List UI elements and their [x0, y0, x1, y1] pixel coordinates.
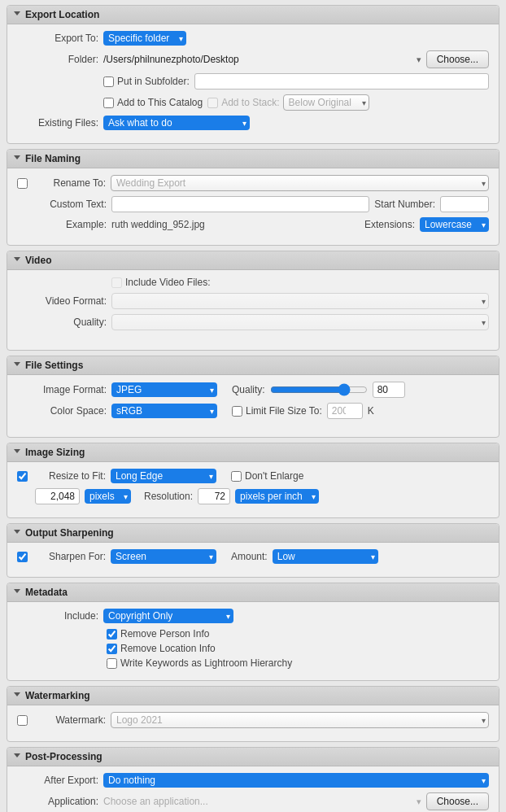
video-header[interactable]: Video — [7, 251, 499, 270]
sharpen-for-row: Sharpen For: Screen ▾ Amount: Low ▾ — [17, 549, 489, 564]
video-format-select[interactable] — [111, 293, 489, 309]
start-number-label: Start Number: — [374, 199, 435, 210]
color-space-row: Color Space: sRGB ▾ Limit File Size To: … — [17, 403, 489, 419]
existing-files-row: Existing Files: Ask what to do ▾ — [17, 116, 489, 130]
limit-file-size-checkbox[interactable] — [232, 406, 242, 417]
include-video-checkbox[interactable] — [111, 277, 122, 288]
add-to-stack-checkbox[interactable] — [207, 98, 218, 108]
after-export-label: After Export: — [17, 775, 98, 786]
output-sharpening-header[interactable]: Output Sharpening — [7, 524, 499, 543]
export-to-select[interactable]: Specific folder — [103, 31, 186, 46]
watermark-checkbox[interactable] — [17, 715, 28, 726]
image-sizing-header[interactable]: Image Sizing — [7, 443, 499, 462]
folder-choose-button[interactable]: Choose... — [426, 50, 489, 68]
file-naming-header[interactable]: File Naming — [7, 150, 499, 168]
folder-row: Folder: /Users/philnunezphoto/Desktop ▾ … — [17, 50, 489, 68]
put-in-subfolder-checkbox[interactable] — [103, 76, 114, 87]
video-quality-select-wrap: ▾ — [111, 314, 489, 330]
quality-input[interactable] — [373, 382, 405, 398]
expand-icon — [14, 362, 20, 369]
pixels-select[interactable]: pixels — [85, 489, 131, 504]
remove-location-checkbox[interactable] — [107, 644, 117, 654]
start-number-input[interactable] — [440, 196, 489, 212]
custom-text-input[interactable] — [111, 196, 369, 212]
extensions-label: Extensions: — [364, 219, 415, 230]
remove-person-checkbox[interactable] — [107, 629, 117, 640]
pixels-input[interactable] — [35, 488, 80, 504]
limit-file-size-input[interactable] — [327, 403, 363, 419]
expand-icon — [14, 589, 20, 596]
add-to-catalog-checkbox[interactable] — [103, 98, 114, 108]
video-quality-select[interactable] — [111, 314, 489, 330]
extensions-select[interactable]: Lowercase — [420, 217, 489, 232]
res-unit-select-wrap: pixels per inch ▾ — [235, 489, 319, 504]
resize-checkbox-label — [17, 471, 28, 482]
video-quality-row: Quality: ▾ — [17, 314, 489, 330]
sharpen-for-select[interactable]: Screen — [111, 549, 216, 564]
rename-to-select-wrap: Wedding Export ▾ — [111, 175, 489, 191]
add-catalog-row: Add to This Catalog Add to Stack: Below … — [17, 94, 489, 111]
file-settings-header[interactable]: File Settings — [7, 356, 499, 375]
post-processing-header[interactable]: Post-Processing — [7, 748, 499, 766]
write-keywords-checkbox[interactable] — [107, 658, 117, 669]
export-location-header[interactable]: Export Location — [7, 6, 499, 24]
application-path-row: Choose an application... ▾ Choose... — [103, 792, 489, 810]
metadata-title: Metadata — [25, 587, 68, 598]
dont-enlarge-label: Don't Enlarge — [231, 470, 303, 482]
watermark-select-wrap: Logo 2021 ▾ — [111, 712, 489, 728]
res-unit-select[interactable]: pixels per inch — [235, 489, 319, 504]
rename-to-checkbox-label — [17, 178, 28, 189]
file-naming-body: Rename To: Wedding Export ▾ Custom Text:… — [7, 168, 499, 245]
expand-icon — [14, 692, 20, 700]
subfolder-input[interactable] — [194, 73, 489, 89]
pixels-select-wrap: pixels ▾ — [85, 489, 131, 504]
include-select[interactable]: Copyright Only — [103, 609, 233, 623]
amount-select[interactable]: Low — [273, 549, 378, 564]
extensions-select-wrap: Lowercase ▾ — [420, 217, 489, 232]
put-in-subfolder-label: Put in Subfolder: — [103, 76, 190, 87]
resize-checkbox[interactable] — [17, 471, 28, 482]
expand-icon — [14, 11, 20, 19]
stack-select[interactable]: Below Original — [283, 94, 369, 111]
output-sharpening-title: Output Sharpening — [25, 527, 114, 539]
add-to-catalog-label: Add to This Catalog — [103, 97, 203, 108]
video-panel: Video Include Video Files: Video Format:… — [7, 251, 499, 351]
metadata-header[interactable]: Metadata — [7, 583, 499, 602]
image-format-row: Image Format: JPEG ▾ Quality: — [17, 382, 489, 398]
rename-to-checkbox[interactable] — [17, 178, 28, 189]
color-space-label: Color Space: — [17, 405, 107, 417]
after-export-select[interactable]: Do nothing — [103, 773, 489, 788]
resize-select[interactable]: Long Edge — [111, 469, 216, 483]
file-naming-panel: File Naming Rename To: Wedding Export ▾ … — [7, 149, 499, 246]
add-to-stack-label: Add to Stack: — [207, 97, 279, 108]
metadata-panel: Metadata Include: Copyright Only ▾ Remov… — [7, 583, 499, 681]
application-choose-button[interactable]: Choose... — [426, 792, 489, 810]
quality-slider[interactable] — [270, 383, 368, 396]
sharpen-checkbox-label — [17, 552, 28, 562]
watermarking-header[interactable]: Watermarking — [7, 687, 499, 705]
remove-person-label: Remove Person Info — [107, 628, 489, 640]
image-format-select[interactable]: JPEG — [111, 382, 217, 397]
existing-files-select[interactable]: Ask what to do — [103, 116, 250, 130]
output-sharpening-body: Sharpen For: Screen ▾ Amount: Low ▾ — [7, 543, 499, 577]
watermark-select[interactable]: Logo 2021 — [111, 712, 489, 728]
rename-to-select[interactable]: Wedding Export — [111, 175, 489, 191]
sharpen-for-select-wrap: Screen ▾ — [111, 549, 216, 564]
post-processing-body: After Export: Do nothing ▾ Application: … — [7, 766, 499, 812]
resolution-input[interactable] — [198, 488, 230, 504]
dont-enlarge-checkbox[interactable] — [231, 471, 242, 482]
color-space-select[interactable]: sRGB — [111, 404, 217, 418]
add-to-stack-group: Add to Stack: Below Original ▾ — [207, 94, 369, 111]
limit-file-size-label: Limit File Size To: — [232, 405, 322, 417]
folder-dropdown-arrow[interactable]: ▾ — [417, 55, 421, 65]
write-keywords-label: Write Keywords as Lightroom Hierarchy — [107, 657, 489, 669]
sharpen-checkbox[interactable] — [17, 552, 28, 562]
resize-fit-row: Resize to Fit: Long Edge ▾ Don't Enlarge — [17, 469, 489, 483]
resize-label: Resize to Fit: — [33, 470, 106, 482]
resolution-label: Resolution: — [144, 491, 193, 502]
image-sizing-title: Image Sizing — [25, 447, 85, 458]
remove-location-label: Remove Location Info — [107, 643, 489, 654]
existing-files-select-wrap: Ask what to do ▾ — [103, 116, 250, 130]
app-dropdown-arrow[interactable]: ▾ — [417, 797, 421, 807]
example-value: ruth wedding_952.jpg — [111, 219, 360, 230]
